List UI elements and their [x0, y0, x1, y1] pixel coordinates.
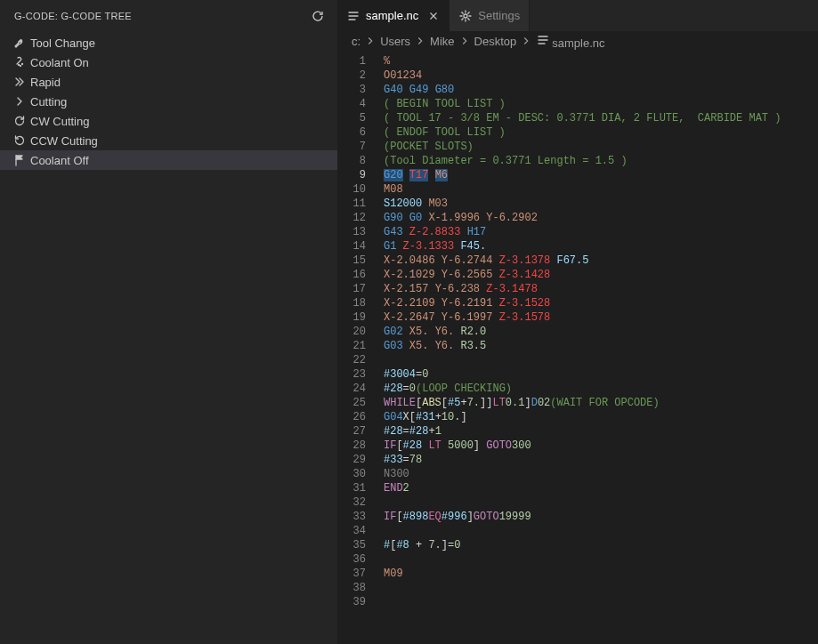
code-line[interactable]: (POCKET SLOTS)	[384, 140, 818, 154]
crumb[interactable]: c:	[352, 35, 360, 48]
code-line[interactable]: G1 Z-3.1333 F45.	[384, 239, 818, 254]
code-line[interactable]: G40 G49 G80	[384, 83, 818, 97]
code-line[interactable]	[384, 581, 818, 595]
sidebar-header: G-CODE: G-CODE TREE	[0, 0, 337, 31]
line-number: 39	[337, 595, 366, 609]
shower-icon	[11, 55, 28, 69]
code-line[interactable]	[384, 595, 818, 609]
crumb[interactable]: Desktop	[474, 35, 517, 48]
code-line[interactable]: X-2.2647 Y-6.1997 Z-3.1578	[384, 310, 818, 325]
code-line[interactable]: END2	[384, 481, 818, 495]
line-number: 38	[337, 581, 366, 595]
line-number: 37	[337, 567, 366, 581]
crumb[interactable]: sample.nc	[536, 33, 604, 50]
svg-point-1	[20, 66, 21, 67]
code-line[interactable]: #28=#28+1	[384, 424, 818, 439]
code-line[interactable]: X-2.157 Y-6.238 Z-3.1478	[384, 282, 818, 296]
code-line[interactable]: G43 Z-2.8833 H17	[384, 225, 818, 239]
code-line[interactable]: S12000 M03	[384, 197, 818, 211]
code-line[interactable]: ( TOOL 17 - 3/8 EM - DESC: 0.3771 DIA, 2…	[384, 111, 818, 125]
code-line[interactable]: G02 X5. Y6. R2.0	[384, 325, 818, 339]
line-number: 5	[337, 111, 366, 125]
code-line[interactable]	[384, 353, 818, 367]
line-number: 11	[337, 197, 366, 211]
refresh-icon[interactable]	[311, 9, 325, 23]
tab-label: Settings	[478, 9, 520, 22]
tree-item-cw-cutting[interactable]: CW Cutting	[0, 111, 337, 131]
code-line[interactable]: M09	[384, 567, 818, 581]
line-number: 32	[337, 495, 366, 510]
line-number: 19	[337, 310, 366, 325]
code-line[interactable]: #[#8 + 7.]=0	[384, 538, 818, 552]
code-line[interactable]: X-2.1029 Y-6.2565 Z-3.1428	[384, 268, 818, 282]
code-line[interactable]: #28=0(LOOP CHECKING)	[384, 382, 818, 396]
code-line[interactable]: WHILE[ABS[#5+7.]]LT0.1]D02(WAIT FOR OPCO…	[384, 396, 818, 410]
code-line[interactable]: X-2.0486 Y-6.2744 Z-3.1378 F67.5	[384, 254, 818, 268]
line-number: 17	[337, 282, 366, 296]
rotate-cw-icon	[11, 114, 28, 128]
code-line[interactable]	[384, 524, 818, 538]
rotate-ccw-icon	[11, 133, 28, 148]
chevron-right-icon	[11, 94, 28, 109]
code-line[interactable]	[384, 552, 818, 567]
tab-sample-nc[interactable]: sample.nc	[337, 0, 449, 31]
dbl-chevron-right-icon	[11, 75, 28, 89]
tree-item-label: Coolant Off	[30, 154, 89, 167]
tree-item-coolant-on[interactable]: Coolant On	[0, 52, 337, 72]
editor[interactable]: 1234567891011121314151617181920212223242…	[337, 51, 818, 609]
chevron-right-icon	[414, 35, 426, 47]
tree-item-label: CCW Cutting	[30, 134, 98, 148]
crumb-label: Users	[380, 35, 410, 48]
code-line[interactable]: O01234	[384, 68, 818, 83]
line-number: 36	[337, 552, 366, 567]
breadcrumb: c:UsersMikeDesktopsample.nc	[337, 31, 818, 51]
sidebar-title: G-CODE: G-CODE TREE	[14, 11, 132, 21]
code-line[interactable]: G03 X5. Y6. R3.5	[384, 339, 818, 353]
code-line[interactable]: IF[#898EQ#996]GOTO19999	[384, 510, 818, 524]
gutter: 1234567891011121314151617181920212223242…	[337, 54, 384, 609]
svg-point-0	[19, 65, 20, 66]
tree-item-label: Tool Change	[30, 36, 95, 50]
code-line[interactable]: ( ENDOF TOOL LIST )	[384, 125, 818, 140]
line-number: 30	[337, 467, 366, 481]
tree-item-cutting[interactable]: Cutting	[0, 92, 337, 111]
wrench-icon	[11, 36, 28, 50]
line-number: 4	[337, 97, 366, 111]
crumb[interactable]: Users	[380, 35, 410, 48]
tab-settings[interactable]: Settings	[449, 0, 530, 31]
tree-item-label: Rapid	[30, 76, 61, 89]
code-line[interactable]: G04X[#31+10.]	[384, 410, 818, 424]
code-line[interactable]: IF[#28 LT 5000] GOTO300	[384, 439, 818, 453]
code-line[interactable]: #33=78	[384, 453, 818, 467]
main: sample.ncSettings c:UsersMikeDesktopsamp…	[337, 0, 818, 644]
code-line[interactable]: N300	[384, 467, 818, 481]
line-number: 6	[337, 125, 366, 140]
line-number: 31	[337, 481, 366, 495]
line-number: 25	[337, 396, 366, 410]
tree-item-label: CW Cutting	[30, 115, 89, 128]
tree-item-ccw-cutting[interactable]: CCW Cutting	[0, 131, 337, 150]
tree-item-tool-change[interactable]: Tool Change	[0, 33, 337, 52]
line-number: 27	[337, 424, 366, 439]
tree-item-coolant-off[interactable]: Coolant Off	[0, 150, 337, 170]
code-line[interactable]: #3004=0	[384, 367, 818, 382]
code-line[interactable]: X-2.2109 Y-6.2191 Z-3.1528	[384, 296, 818, 310]
code-line[interactable]: (Tool Diameter = 0.3771 Length = 1.5 )	[384, 154, 818, 168]
sidebar: G-CODE: G-CODE TREE Tool ChangeCoolant O…	[0, 0, 337, 644]
file-lines-icon	[346, 9, 360, 23]
code-area[interactable]: %O01234G40 G49 G80( BEGIN TOOL LIST )( T…	[384, 54, 818, 609]
code-line[interactable]: M08	[384, 182, 818, 197]
code-line[interactable]: ( BEGIN TOOL LIST )	[384, 97, 818, 111]
close-icon[interactable]	[427, 10, 440, 22]
tree-item-rapid[interactable]: Rapid	[0, 72, 337, 92]
code-line[interactable]: %	[384, 54, 818, 68]
crumb[interactable]: Mike	[430, 35, 454, 48]
flag-icon	[11, 153, 28, 167]
code-line[interactable]: G90 G0 X-1.9996 Y-6.2902	[384, 211, 818, 225]
chevron-right-icon	[520, 35, 532, 47]
code-line[interactable]: G20 T17 M6	[384, 168, 818, 182]
line-number: 24	[337, 382, 366, 396]
line-number: 33	[337, 510, 366, 524]
line-number: 10	[337, 182, 366, 197]
code-line[interactable]	[384, 495, 818, 510]
